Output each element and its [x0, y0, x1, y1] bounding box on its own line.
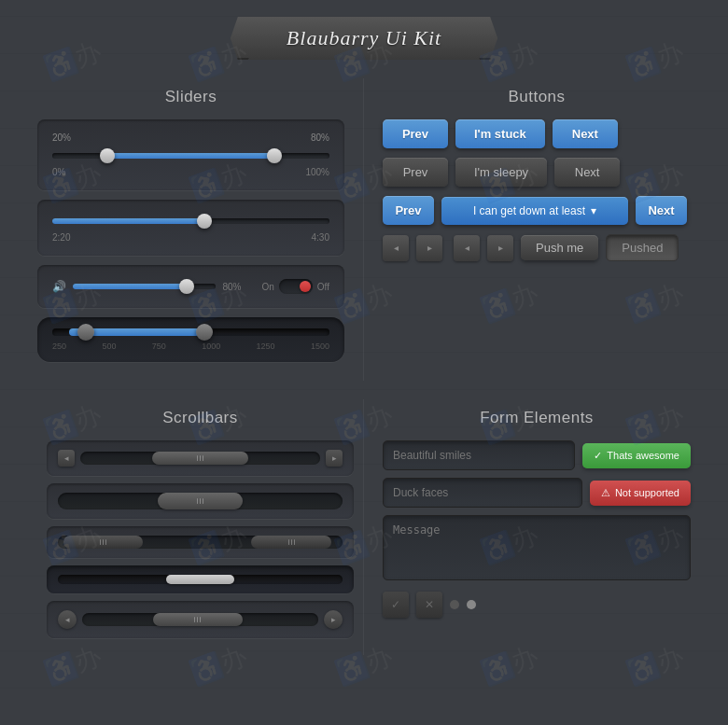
- slider2-min-label: 2:20: [52, 232, 70, 243]
- hscrollbar-1-container: ◂ ▸: [47, 440, 354, 476]
- prev-button-2[interactable]: Prev: [383, 158, 448, 187]
- form-row-2: ⚠ Not supported: [383, 478, 691, 508]
- nav-right-icon: ▸: [427, 243, 432, 253]
- next-button-3[interactable]: Next: [636, 196, 687, 225]
- nav-prev-btn-1[interactable]: ◂: [383, 235, 409, 261]
- scroll-thumb-h3b[interactable]: [251, 536, 330, 549]
- slider1-track: [52, 153, 329, 159]
- buttons-title: Buttons: [383, 88, 691, 106]
- slider3-volume-label: 80%: [223, 282, 249, 292]
- slider1-fill: [107, 153, 273, 159]
- form-check-button[interactable]: ✓: [383, 592, 409, 618]
- slider2-track-wrap[interactable]: [52, 213, 329, 230]
- slider1-thumb2-label: 80%: [311, 132, 329, 143]
- hscrollbar-2-container: [47, 483, 354, 519]
- sleepy-button[interactable]: I'm sleepy: [455, 158, 547, 187]
- stuck-button[interactable]: I'm stuck: [455, 119, 545, 148]
- hscrollbar-3: [58, 536, 343, 549]
- scroll-left-arrow-1[interactable]: ◂: [58, 450, 75, 467]
- slider1-track-wrap[interactable]: [52, 147, 329, 164]
- form-cross-button[interactable]: ✕: [416, 592, 442, 618]
- slider3-track-wrap[interactable]: [73, 278, 216, 295]
- btn-row-2: Prev I'm sleepy Next: [383, 158, 691, 187]
- scroll-thumb-h2[interactable]: [158, 493, 244, 509]
- slider1-top-labels: 20% 80%: [52, 132, 329, 143]
- slider1-max-label: 100%: [305, 167, 329, 177]
- form-row-1: ✓ Thats awesome: [383, 440, 691, 470]
- form-dot-1: [450, 600, 459, 609]
- push-me-button[interactable]: Push me: [521, 235, 598, 260]
- scroll-track-h1[interactable]: [80, 452, 320, 465]
- prev-button-3[interactable]: Prev: [383, 196, 434, 225]
- next-button-1[interactable]: Next: [553, 119, 618, 148]
- form-badge-error: ⚠ Not supported: [590, 481, 691, 506]
- scroll-right-arrow-1[interactable]: ▸: [326, 450, 343, 467]
- app-title: Blaubarry Ui Kit: [287, 26, 441, 49]
- scroll-thumb-bottom[interactable]: [153, 613, 243, 626]
- scroll-right-arrow-bottom[interactable]: ▸: [324, 610, 343, 629]
- scroll-dark-track[interactable]: [58, 575, 343, 584]
- slider-volume-container: 🔊 80% On Off: [37, 265, 344, 308]
- slider2-labels: 2:20 4:30: [52, 232, 329, 243]
- slider1-bottom-labels: 0% 100%: [52, 167, 329, 177]
- dark-track[interactable]: [52, 328, 329, 336]
- scroll-track-bottom[interactable]: [82, 613, 318, 626]
- pushed-button[interactable]: Pushed: [606, 234, 679, 261]
- scale-750: 750: [152, 342, 166, 351]
- btn-row-3: Prev I can get down at least ▾ Next: [383, 196, 691, 225]
- prev-button-1[interactable]: Prev: [383, 119, 448, 148]
- dropdown-arrow-icon: ▾: [591, 204, 596, 217]
- badge-error-text: Not supported: [615, 487, 679, 498]
- warning-icon: ⚠: [601, 487, 610, 499]
- scroll-thumb-h3a[interactable]: [63, 536, 143, 549]
- toggle-off-label: Off: [317, 282, 329, 292]
- sliders-section: Sliders 20% 80% 0% 100%: [28, 78, 364, 381]
- slider2-fill: [52, 218, 204, 224]
- scale-250: 250: [52, 342, 66, 351]
- toggle-group: On Off: [262, 279, 330, 294]
- scroll-white-thumb[interactable]: [166, 575, 234, 584]
- check-icon: ✓: [594, 450, 602, 462]
- slider1-thumb2[interactable]: [267, 148, 282, 163]
- scroll-grip-bottom: [194, 617, 201, 622]
- next-button-2[interactable]: Next: [554, 158, 620, 187]
- form-textarea-wrap: [383, 515, 691, 584]
- nav-next-btn-1[interactable]: ▸: [416, 235, 442, 261]
- hscrollbar-bottom: ◂ ▸: [58, 610, 343, 629]
- slider1-min-label: 0%: [52, 167, 65, 177]
- slider2-thumb[interactable]: [197, 214, 212, 229]
- dark-thumb1[interactable]: [77, 324, 94, 341]
- dark-scale: 250 500 750 1000 1250 1500: [52, 342, 329, 351]
- dark-thumb2[interactable]: [196, 324, 213, 341]
- buttons-section: Buttons Prev I'm stuck Next Prev I'm sle…: [364, 78, 700, 381]
- scroll-dark-container: [47, 565, 354, 593]
- form-input-2[interactable]: [383, 478, 582, 508]
- volume-row: 🔊 80% On Off: [52, 278, 329, 295]
- scroll-thumb-h1[interactable]: [152, 452, 248, 465]
- nav-next-btn-2[interactable]: ▸: [487, 235, 513, 261]
- nav-left-icon: ◂: [394, 243, 399, 253]
- cross-action-icon: ✕: [425, 598, 434, 611]
- slider3-thumb[interactable]: [179, 279, 194, 294]
- form-section: Form Elements ✓ Thats awesome ⚠ Not supp…: [364, 399, 700, 655]
- dropdown-button[interactable]: I can get down at least ▾: [441, 197, 628, 225]
- form-input-1[interactable]: [383, 440, 575, 470]
- scale-500: 500: [102, 342, 116, 351]
- scroll-track-h3[interactable]: [58, 536, 343, 549]
- badge-success-text: Thats awesome: [607, 450, 679, 461]
- scroll-left-arrow-bottom[interactable]: ◂: [58, 610, 77, 629]
- nav-prev-btn-2[interactable]: ◂: [454, 235, 480, 261]
- hscrollbar-2: [58, 493, 343, 509]
- toggle-switch[interactable]: [279, 279, 313, 294]
- toggle-knob: [300, 281, 311, 292]
- scroll-grip-2: [197, 498, 203, 504]
- sliders-title: Sliders: [37, 88, 344, 106]
- scale-1500: 1500: [311, 342, 329, 351]
- check-action-icon: ✓: [391, 598, 400, 611]
- scroll-grip-3b: [288, 539, 295, 545]
- scrollbars-title: Scrollbars: [47, 409, 354, 427]
- scroll-track-h2[interactable]: [58, 493, 343, 509]
- slider1-thumb1[interactable]: [100, 148, 115, 163]
- dark-slider-container: 250 500 750 1000 1250 1500: [37, 317, 344, 362]
- form-textarea[interactable]: [383, 515, 691, 580]
